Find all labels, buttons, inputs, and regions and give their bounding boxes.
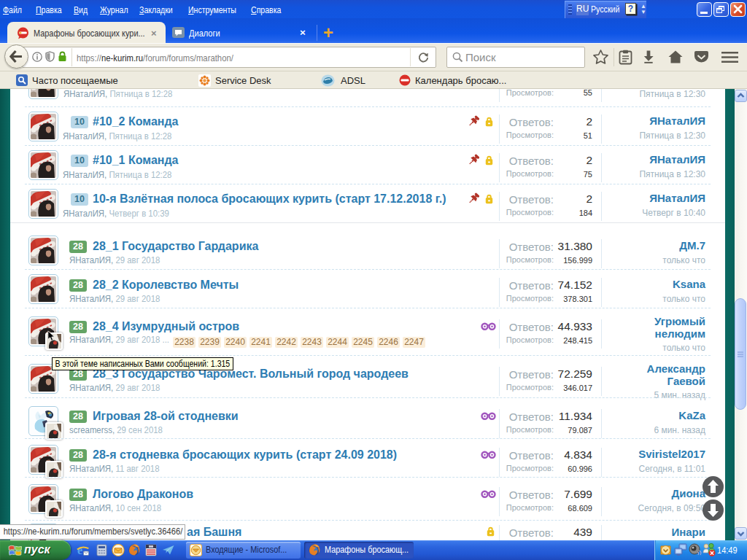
svg-text:e: e [77,544,82,556]
